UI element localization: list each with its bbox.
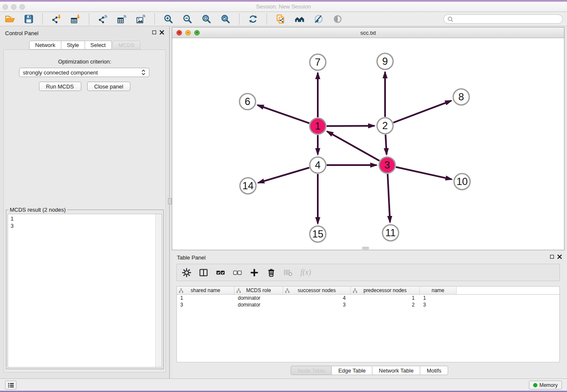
table-cell[interactable]: 1: [351, 295, 420, 301]
column-header-shared-name[interactable]: shared name: [177, 287, 234, 294]
status-bar: Memory: [0, 378, 567, 391]
graph-node-3[interactable]: 3: [379, 157, 395, 173]
deselect-all-icon[interactable]: [233, 268, 242, 277]
float-panel-icon[interactable]: [550, 255, 554, 259]
network-window-titlebar[interactable]: × − + scc.txt: [172, 28, 564, 38]
graph-node-4[interactable]: 4: [310, 157, 326, 173]
node-label: 3: [384, 159, 390, 171]
refresh-layout-icon[interactable]: [248, 14, 259, 25]
edge-1-2[interactable]: [327, 126, 374, 126]
network-view-window: × − + scc.txt 1234678910111415: [172, 27, 564, 250]
search-field[interactable]: [443, 14, 563, 24]
graph-node-15[interactable]: 15: [310, 226, 326, 242]
node-label: 7: [315, 56, 320, 68]
tab-style[interactable]: Style: [61, 41, 85, 50]
table-row[interactable]: 1dominator411: [177, 295, 559, 301]
duplicate-network-icon[interactable]: [275, 14, 286, 25]
table-cell[interactable]: 3: [420, 302, 457, 308]
zoom-fit-icon[interactable]: [201, 14, 212, 25]
import-table-icon[interactable]: [70, 14, 81, 25]
close-panel-icon[interactable]: [557, 254, 562, 259]
graph-node-2[interactable]: 2: [377, 118, 393, 134]
export-table-icon[interactable]: [116, 14, 127, 25]
edge-3-10[interactable]: [396, 167, 452, 179]
memory-label: Memory: [539, 382, 558, 388]
graph-node-8[interactable]: 8: [453, 89, 469, 105]
graph-node-14[interactable]: 14: [240, 178, 256, 194]
search-input[interactable]: [456, 16, 559, 22]
vertical-splitter-handle[interactable]: [168, 198, 172, 204]
zoom-selected-icon[interactable]: [220, 14, 231, 25]
table-row[interactable]: 3dominator323: [177, 301, 559, 308]
edge-2-8[interactable]: [394, 101, 451, 123]
column-header-successor-nodes[interactable]: successor nodes: [283, 287, 351, 294]
edge-4-14[interactable]: [258, 168, 309, 183]
open-session-icon[interactable]: [4, 14, 15, 25]
toolbar-separator: [154, 14, 155, 25]
memory-button[interactable]: Memory: [529, 381, 562, 389]
edge-3-1[interactable]: [327, 131, 380, 160]
export-network-icon[interactable]: [97, 14, 108, 25]
column-header-mcds-role[interactable]: MCDS role: [234, 287, 283, 294]
close-panel-icon[interactable]: [160, 30, 164, 35]
task-history-button[interactable]: [5, 381, 17, 389]
edge-3-11[interactable]: [388, 174, 390, 222]
apply-function-icon: f(x): [300, 268, 311, 277]
float-panel-icon[interactable]: [152, 30, 156, 34]
graph-node-9[interactable]: 9: [377, 53, 393, 69]
zoom-in-icon[interactable]: [163, 14, 174, 25]
tab-motifs[interactable]: Motifs: [420, 366, 448, 375]
tab-edge-table[interactable]: Edge Table: [332, 366, 372, 375]
first-neighbors-icon[interactable]: [294, 14, 305, 25]
network-canvas[interactable]: 1234678910111415: [172, 38, 564, 250]
table-cell[interactable]: 3: [283, 302, 351, 308]
canvas-resize-grip[interactable]: [362, 247, 369, 249]
tab-network-table[interactable]: Network Table: [372, 366, 420, 375]
hierarchy-icon: [352, 288, 358, 293]
table-body: 1dominator4113dominator323: [177, 295, 559, 308]
edge-1-6[interactable]: [258, 105, 310, 123]
table-cell[interactable]: 1: [420, 295, 457, 301]
network-graph[interactable]: 1234678910111415: [172, 38, 564, 250]
save-session-icon[interactable]: [23, 14, 34, 25]
style-toggle-icon[interactable]: [313, 14, 324, 25]
select-all-icon[interactable]: [216, 268, 225, 277]
session-title: Session: New Session: [0, 3, 567, 10]
column-label: shared name: [190, 287, 220, 293]
table-cell[interactable]: 3: [177, 302, 234, 308]
graph-node-11[interactable]: 11: [383, 225, 399, 241]
table-cell[interactable]: dominator: [234, 302, 283, 308]
table-options-icon[interactable]: [182, 268, 191, 277]
graph-node-1[interactable]: 1: [310, 118, 326, 134]
edge-2-3[interactable]: [385, 135, 387, 155]
mcds-result-textarea[interactable]: 13: [8, 214, 162, 367]
tab-network[interactable]: Network: [29, 41, 61, 50]
table-cell[interactable]: 1: [177, 295, 234, 301]
column-header-predecessor-nodes[interactable]: predecessor nodes: [351, 287, 420, 294]
table-cell[interactable]: 2: [351, 302, 420, 308]
graph-node-7[interactable]: 7: [310, 54, 326, 70]
zoom-out-icon[interactable]: [182, 14, 193, 25]
graph-node-10[interactable]: 10: [454, 174, 470, 190]
tab-mcds[interactable]: MCDS: [113, 41, 140, 50]
table-cell[interactable]: 4: [283, 295, 351, 301]
mcds-result-lines: 13: [8, 214, 162, 230]
add-row-icon[interactable]: [250, 268, 259, 277]
graph-node-6[interactable]: 6: [239, 94, 256, 110]
close-panel-button[interactable]: Close panel: [87, 82, 131, 91]
tab-select[interactable]: Select: [85, 41, 112, 50]
table-cell[interactable]: dominator: [234, 295, 283, 301]
optimization-criterion-select[interactable]: strongly connected component: [19, 68, 149, 77]
tab-node-table[interactable]: Node Table: [291, 366, 332, 375]
memory-status-icon: [533, 383, 537, 387]
search-icon: [447, 16, 454, 22]
node-label: 15: [312, 228, 324, 240]
result-scrollbar[interactable]: [155, 214, 162, 367]
import-network-icon[interactable]: [51, 14, 62, 25]
export-image-icon[interactable]: [135, 14, 146, 25]
column-header-name[interactable]: name: [420, 287, 457, 294]
run-mcds-button[interactable]: Run MCDS: [39, 82, 81, 91]
delete-rows-icon[interactable]: [267, 268, 276, 277]
show-columns-icon[interactable]: [199, 268, 208, 277]
node-label: 14: [242, 180, 254, 191]
